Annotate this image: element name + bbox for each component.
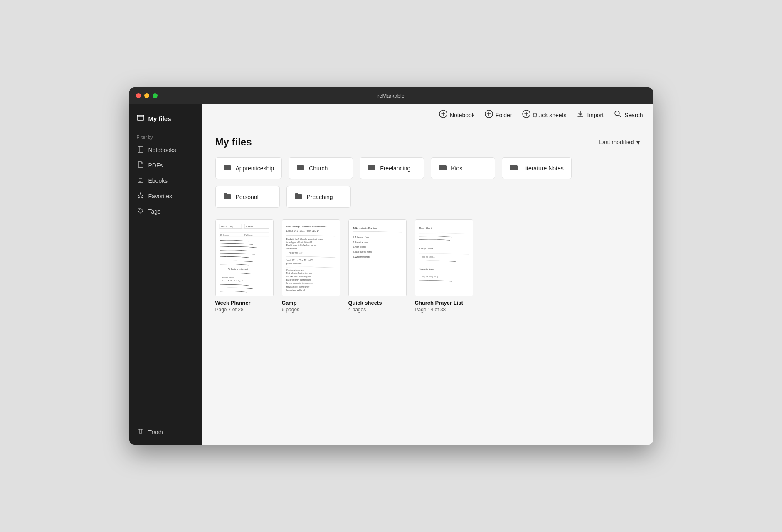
folder-literature-notes[interactable]: Literature Notes xyxy=(502,157,572,179)
file-camp-thumbnail: Para Young: Guidance at Wilderness Exodu… xyxy=(282,219,340,296)
filter-by-label: Filter by xyxy=(129,128,202,142)
favorites-icon xyxy=(137,192,144,200)
minimize-button[interactable] xyxy=(144,93,149,98)
svg-rect-0 xyxy=(137,115,144,120)
svg-text:Bryan Abbott: Bryan Abbott xyxy=(419,227,432,229)
search-label: Search xyxy=(624,112,643,118)
tags-label: Tags xyxy=(148,208,161,215)
svg-text:Read it every night after hard: Read it every night after hard text and … xyxy=(286,244,318,246)
folder-preaching-label: Preaching xyxy=(307,194,333,200)
ebooks-icon xyxy=(137,177,144,185)
sort-control[interactable]: Last modified ▾ xyxy=(599,138,639,146)
app-title: reMarkable xyxy=(377,93,405,99)
svg-text:PM Sermon: PM Sermon xyxy=(244,234,253,236)
toolbar: Notebook Folder xyxy=(202,104,653,126)
tags-icon xyxy=(137,207,144,215)
file-quick-sheets[interactable]: Talkmaster in Practice 1. A lifetime of … xyxy=(348,219,407,313)
sidebar-my-files[interactable]: My files xyxy=(129,109,202,128)
svg-text:Para Young: Guidance at Wilder: Para Young: Guidance at Wilderness xyxy=(286,225,326,228)
close-button[interactable] xyxy=(136,93,141,98)
sidebar-item-tags[interactable]: Tags xyxy=(129,204,202,219)
sidebar-item-pdfs[interactable]: PDFs xyxy=(129,158,202,173)
svg-text:time of great difficulty / Gol: time of great difficulty / Goliath? xyxy=(286,241,312,244)
page-title-row: My files Last modified ▾ xyxy=(215,136,640,148)
search-button[interactable]: Search xyxy=(614,110,643,120)
folder-kids[interactable]: Kids xyxy=(431,157,495,179)
svg-text:"he did what ???": "he did what ???" xyxy=(288,252,303,254)
sidebar-item-notebooks[interactable]: Notebooks xyxy=(129,142,202,158)
notebooks-icon xyxy=(137,146,144,154)
svg-text:Bond with kids? When he was go: Bond with kids? When he was going throug… xyxy=(286,238,323,240)
window-controls xyxy=(136,93,158,98)
svg-text:this lake life for exercising : this lake life for exercising the xyxy=(286,276,311,278)
svg-text:4.  Take current notes: 4. Take current notes xyxy=(353,251,372,253)
file-camp-meta: 6 pages xyxy=(282,307,340,313)
svg-text:June 29 - July 1: June 29 - July 1 xyxy=(220,226,234,228)
svg-text:3.  How-to read: 3. How-to read xyxy=(353,246,366,248)
file-camp[interactable]: Para Young: Guidance at Wilderness Exodu… xyxy=(282,219,340,313)
svg-text:5.  Write transcripts: 5. Write transcripts xyxy=(353,256,370,258)
folder-personal[interactable]: Personal xyxy=(215,186,280,208)
main-layout: My files Filter by Notebooks xyxy=(129,104,653,445)
content-area: Notebook Folder xyxy=(202,104,653,445)
folder-freelancing-label: Freelancing xyxy=(380,165,410,172)
folder-apprenticeship-label: Apprenticeship xyxy=(236,165,274,172)
svg-text:was the filled.: was the filled. xyxy=(286,248,297,250)
svg-text:Israel's expressing themselves: Israel's expressing themselves... xyxy=(286,282,313,284)
svg-text:1.  A lifetime of work: 1. A lifetime of work xyxy=(353,236,370,239)
folder-preaching-icon xyxy=(294,192,303,202)
svg-text:parallel each other.: parallel each other. xyxy=(286,263,301,265)
import-label: Import xyxy=(587,112,604,118)
file-quick-sheets-thumbnail: Talkmaster in Practice 1. A lifetime of … xyxy=(348,219,407,296)
sidebar-item-ebooks[interactable]: Ebooks xyxy=(129,173,202,188)
ebooks-label: Ebooks xyxy=(148,177,168,184)
file-church-prayer-meta: Page 14 of 38 xyxy=(415,307,473,313)
file-quick-sheets-name: Quick sheets xyxy=(348,300,407,306)
add-folder-button[interactable]: Folder xyxy=(485,110,512,120)
svg-text:2.  Face the blank: 2. Face the blank xyxy=(353,241,368,244)
svg-text:Find full path of a time they : Find full path of a time they spent xyxy=(286,272,313,274)
trash-label: Trash xyxy=(148,429,163,436)
add-quicksheets-button[interactable]: Quick sheets xyxy=(522,110,567,120)
folder-literature-notes-label: Literature Notes xyxy=(522,165,564,172)
folder-kids-icon xyxy=(439,163,447,173)
folder-freelancing[interactable]: Freelancing xyxy=(360,157,424,179)
svg-text:he re-stated and faced: he re-stated and faced xyxy=(286,289,305,291)
titlebar: reMarkable xyxy=(129,87,653,104)
import-icon xyxy=(576,110,585,120)
svg-text:Sunday: Sunday xyxy=(245,226,252,228)
sidebar-trash[interactable]: Trash xyxy=(129,424,202,440)
folder-kids-label: Kids xyxy=(451,165,462,172)
svg-text:AM Sermon: AM Sermon xyxy=(220,234,228,236)
svg-point-11 xyxy=(615,111,619,116)
svg-text:St. Louis Appointment: St. Louis Appointment xyxy=(228,268,248,271)
file-camp-name: Camp xyxy=(282,300,340,306)
my-files-icon xyxy=(137,114,144,123)
svg-text:Casey Abbott: Casey Abbott xyxy=(419,247,433,250)
favorites-label: Favorites xyxy=(148,193,173,200)
files-grid: June 29 - July 1 Sunday AM Sermon PM Ser… xyxy=(215,219,640,313)
folder-apprenticeship[interactable]: Apprenticeship xyxy=(215,157,282,179)
folders-grid: Apprenticeship Church xyxy=(215,157,640,208)
svg-text:Exodus 14:1 - 15:21; Psalm 31:: Exodus 14:1 - 15:21; Psalm 31:9-17 xyxy=(286,230,319,232)
folder-literature-notes-icon xyxy=(510,163,518,173)
pdfs-label: PDFs xyxy=(148,162,163,169)
import-button[interactable]: Import xyxy=(576,110,604,120)
sidebar-item-favorites[interactable]: Favorites xyxy=(129,188,202,204)
folder-preaching[interactable]: Preaching xyxy=(286,186,351,208)
file-quick-sheets-meta: 4 pages xyxy=(348,307,407,313)
trash-icon xyxy=(137,428,144,436)
file-week-planner[interactable]: June 29 - July 1 Sunday AM Sermon PM Ser… xyxy=(215,219,274,313)
svg-text:Help me every thing: Help me every thing xyxy=(421,276,438,278)
folder-church-label: Church xyxy=(309,165,328,172)
file-church-prayer[interactable]: Bryan Abbott Casey Abbott Help me shine.… xyxy=(415,219,473,313)
add-notebook-label: Notebook xyxy=(450,112,475,118)
maximize-button[interactable] xyxy=(153,93,158,98)
file-church-prayer-thumbnail: Bryan Abbott Casey Abbott Help me shine.… xyxy=(415,219,473,296)
svg-text:Course: At "People in Egypt": Course: At "People in Egypt" xyxy=(222,280,242,282)
add-notebook-button[interactable]: Notebook xyxy=(439,110,475,120)
my-files-label: My files xyxy=(148,115,171,122)
folder-church[interactable]: Church xyxy=(289,157,353,179)
page-title: My files xyxy=(215,136,252,148)
svg-rect-1 xyxy=(138,146,143,152)
